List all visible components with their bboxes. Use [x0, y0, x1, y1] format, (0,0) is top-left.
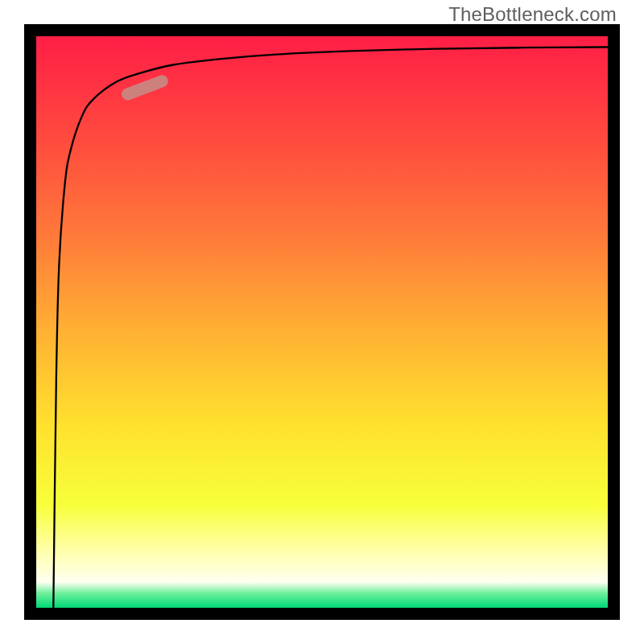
- watermark-text: TheBottleneck.com: [448, 3, 617, 26]
- chart-frame: [24, 24, 620, 620]
- gradient-background-rect: [36, 36, 608, 608]
- chart-root: TheBottleneck.com: [0, 0, 644, 644]
- chart-plot-area: [36, 36, 608, 608]
